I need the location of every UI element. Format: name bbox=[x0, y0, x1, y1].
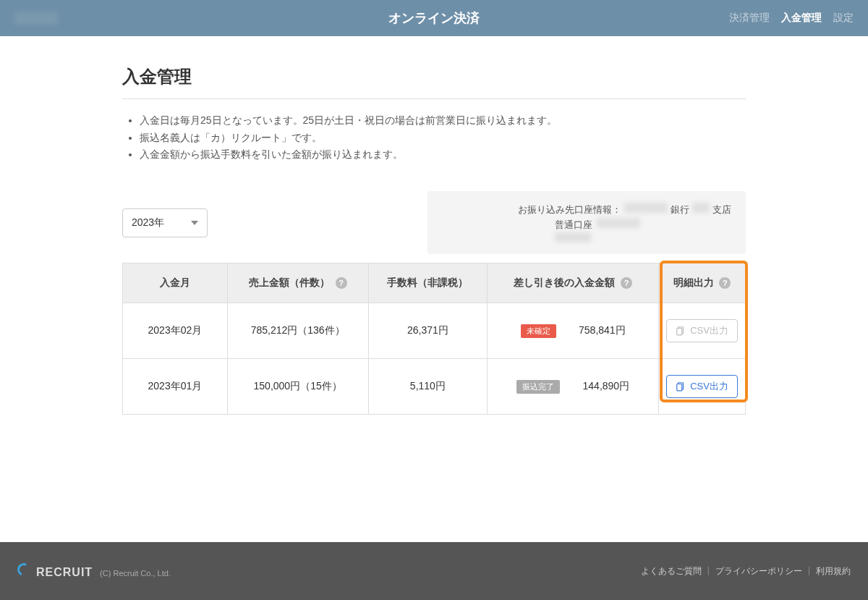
table-row: 2023年01月 150,000円（15件） 5,110円 振込完了 144,8… bbox=[123, 359, 746, 415]
document-icon bbox=[676, 326, 686, 336]
help-icon[interactable]: ? bbox=[621, 277, 632, 289]
net-amount: 758,841円 bbox=[568, 324, 626, 337]
page-title: 入金管理 bbox=[122, 65, 746, 99]
help-icon[interactable]: ? bbox=[336, 277, 347, 289]
notes-list: 入金日は毎月25日となっています。25日が土日・祝日の場合は前営業日に振り込まれ… bbox=[122, 114, 746, 162]
header-nav: 決済管理 入金管理 設定 bbox=[729, 12, 854, 25]
cell-sales: 785,212円（136件） bbox=[227, 303, 368, 359]
note-item: 入金日は毎月25日となっています。25日が土日・祝日の場合は前営業日に振り込まれ… bbox=[140, 114, 746, 128]
account-holder-redacted bbox=[555, 232, 591, 242]
svg-rect-1 bbox=[677, 329, 682, 335]
cell-export: CSV出力 bbox=[659, 303, 746, 359]
cell-export: CSV出力 bbox=[659, 359, 746, 415]
bank-name-redacted bbox=[624, 203, 668, 213]
branch-name-redacted bbox=[692, 203, 710, 213]
csv-export-button[interactable]: CSV出力 bbox=[666, 375, 738, 398]
footer-logo: RECRUIT (C) Recruit Co., Ltd. bbox=[17, 563, 171, 579]
note-item: 入金金額から振込手数料を引いた金額が振り込まれます。 bbox=[140, 148, 746, 162]
account-type: 普通口座 bbox=[555, 218, 592, 233]
chevron-down-icon bbox=[191, 221, 198, 225]
cell-net: 未確定 758,841円 bbox=[488, 303, 659, 359]
footer: RECRUIT (C) Recruit Co., Ltd. よくあるご質問 | … bbox=[0, 542, 868, 600]
year-select[interactable]: 2023年 bbox=[122, 208, 208, 237]
nav-payment[interactable]: 決済管理 bbox=[729, 12, 770, 25]
footer-faq-link[interactable]: よくあるご質問 bbox=[641, 565, 702, 578]
help-icon[interactable]: ? bbox=[719, 277, 731, 289]
header-logo bbox=[14, 12, 58, 25]
nav-settings[interactable]: 設定 bbox=[833, 12, 854, 25]
col-month: 入金月 bbox=[123, 263, 228, 303]
col-fee: 手数料（非課税） bbox=[368, 263, 488, 303]
cell-net: 振込完了 144,890円 bbox=[488, 359, 659, 415]
branch-suffix: 支店 bbox=[712, 203, 731, 218]
footer-terms-link[interactable]: 利用規約 bbox=[816, 565, 851, 578]
net-amount: 144,890円 bbox=[571, 380, 629, 393]
col-export: 明細出力 ? bbox=[659, 263, 746, 303]
account-number-redacted bbox=[597, 218, 640, 228]
csv-export-button: CSV出力 bbox=[666, 319, 738, 342]
app-title: オンライン決済 bbox=[388, 9, 480, 27]
deposit-table: 入金月 売上金額（件数） ? 手数料（非課税） 差し引き後の入金金額 ? 明細出… bbox=[122, 263, 746, 415]
footer-copyright: (C) Recruit Co., Ltd. bbox=[100, 569, 171, 578]
nav-deposit[interactable]: 入金管理 bbox=[781, 12, 822, 25]
bank-label: お振り込み先口座情報： bbox=[518, 203, 621, 218]
document-icon bbox=[676, 381, 686, 392]
footer-brand: RECRUIT bbox=[36, 566, 93, 579]
footer-privacy-link[interactable]: プライバシーポリシー bbox=[715, 565, 802, 578]
cell-fee: 26,371円 bbox=[368, 303, 488, 359]
cell-month: 2023年01月 bbox=[123, 359, 228, 415]
svg-rect-3 bbox=[677, 384, 682, 391]
col-sales: 売上金額（件数） ? bbox=[227, 263, 368, 303]
table-row: 2023年02月 785,212円（136件） 26,371円 未確定 758,… bbox=[123, 303, 746, 359]
recruit-arc-icon bbox=[15, 561, 32, 578]
note-item: 振込名義人は「カ）リクルート」です。 bbox=[140, 131, 746, 145]
col-net: 差し引き後の入金金額 ? bbox=[488, 263, 659, 303]
footer-links: よくあるご質問 | プライバシーポリシー | 利用規約 bbox=[641, 565, 851, 578]
status-badge: 未確定 bbox=[521, 324, 556, 338]
bank-suffix: 銀行 bbox=[671, 203, 689, 218]
status-badge: 振込完了 bbox=[516, 380, 560, 394]
cell-sales: 150,000円（15件） bbox=[227, 359, 368, 415]
cell-month: 2023年02月 bbox=[123, 303, 228, 359]
bank-info-box: お振り込み先口座情報： 銀行 支店 普通口座 bbox=[427, 191, 746, 255]
cell-fee: 5,110円 bbox=[368, 359, 488, 415]
header-bar: オンライン決済 決済管理 入金管理 設定 bbox=[0, 0, 868, 36]
year-select-value: 2023年 bbox=[132, 216, 164, 229]
